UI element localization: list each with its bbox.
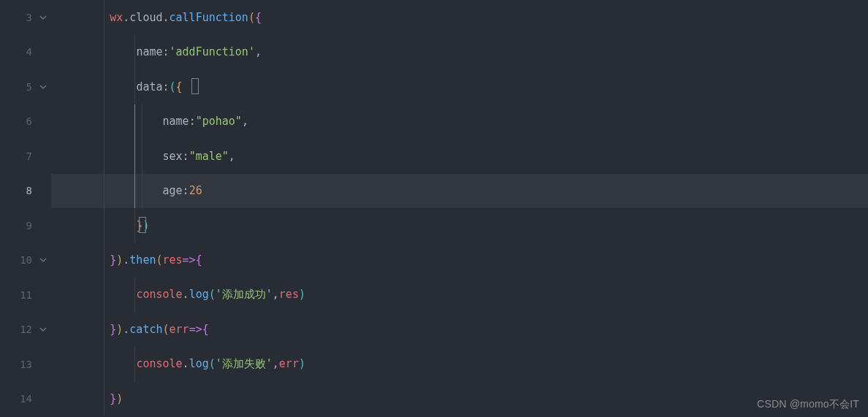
indent-guide <box>134 139 135 174</box>
line-number: 7 <box>0 139 51 174</box>
line-number: 14 <box>0 382 51 417</box>
fold-icon[interactable] <box>38 82 48 92</box>
indent-guide <box>142 139 142 174</box>
indent-guide <box>134 104 135 139</box>
line-number: 5 <box>0 69 51 104</box>
indent-guide <box>134 174 135 209</box>
bracket-match-box <box>191 78 199 94</box>
code-line[interactable]: wx.cloud.callFunction({ <box>51 0 868 35</box>
indent-guide <box>104 0 104 35</box>
line-number: 8 <box>0 174 51 209</box>
indent-guide <box>134 208 135 243</box>
indent-guide <box>104 243 104 278</box>
code-text: name:"pohao", <box>57 115 248 128</box>
indent-guide <box>142 104 142 139</box>
indent-guide <box>104 35 104 70</box>
indent-guide <box>104 313 104 348</box>
code-text: }).then(res=>{ <box>57 253 202 267</box>
line-number: 13 <box>0 347 51 382</box>
indent-guide <box>104 208 104 243</box>
indent-guide <box>142 174 142 209</box>
code-line[interactable]: name:"pohao", <box>51 104 868 139</box>
code-text: console.log('添加失败',err) <box>57 357 305 371</box>
indent-guide <box>104 174 104 209</box>
code-text: wx.cloud.callFunction({ <box>57 11 262 24</box>
code-text: console.log('添加成功',res) <box>57 288 305 302</box>
gutter: 34567891011121314 <box>0 0 51 417</box>
indent-guide <box>104 139 104 174</box>
fold-icon[interactable] <box>38 255 48 265</box>
code-text: sex:"male", <box>57 150 235 163</box>
code-line[interactable]: }).catch(err=>{ <box>51 313 868 348</box>
indent-guide <box>104 382 104 417</box>
code-area[interactable]: wx.cloud.callFunction({ name:'addFunctio… <box>51 0 868 417</box>
code-line[interactable]: }) <box>51 382 868 417</box>
code-text: name:'addFunction', <box>57 45 262 58</box>
code-line[interactable]: console.log('添加成功',res) <box>51 278 868 313</box>
indent-guide <box>104 69 104 104</box>
watermark: CSDN @momo不会IT <box>757 398 859 411</box>
line-number: 4 <box>0 35 51 70</box>
fold-icon[interactable] <box>38 324 48 334</box>
code-line[interactable]: console.log('添加失败',err) <box>51 347 868 382</box>
code-line[interactable]: name:'addFunction', <box>51 35 868 70</box>
code-text: }) <box>57 392 123 405</box>
code-editor: 34567891011121314 wx.cloud.callFunction(… <box>0 0 868 417</box>
line-number: 3 <box>0 0 51 35</box>
line-number: 6 <box>0 104 51 139</box>
indent-guide <box>134 347 135 382</box>
code-line[interactable]: }) <box>51 208 868 243</box>
code-line[interactable]: }).then(res=>{ <box>51 243 868 278</box>
fold-icon[interactable] <box>38 12 48 23</box>
indent-guide <box>134 35 135 70</box>
line-number: 10 <box>0 243 51 278</box>
indent-guide <box>104 347 104 382</box>
code-line[interactable]: age:26 <box>51 174 868 209</box>
line-number: 11 <box>0 278 51 313</box>
line-number: 9 <box>0 208 51 243</box>
indent-guide <box>104 278 104 313</box>
code-line[interactable]: data:({ <box>51 69 868 104</box>
indent-guide <box>104 104 104 139</box>
indent-guide <box>134 69 135 104</box>
code-text: age:26 <box>57 184 202 197</box>
code-text: data:({ <box>57 80 183 93</box>
code-text: }).catch(err=>{ <box>57 323 209 336</box>
line-number: 12 <box>0 313 51 348</box>
code-line[interactable]: sex:"male", <box>51 139 868 174</box>
indent-guide <box>134 278 135 313</box>
